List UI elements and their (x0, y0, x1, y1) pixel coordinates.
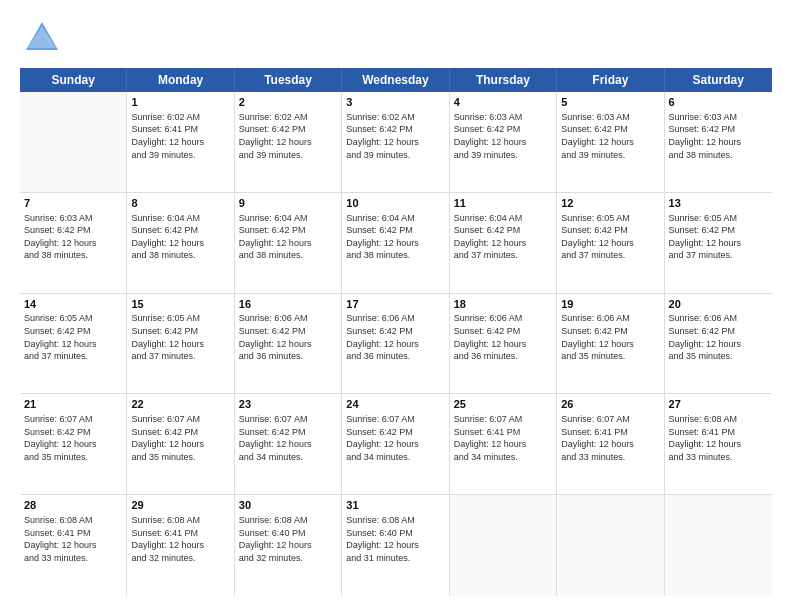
cell-info: Sunrise: 6:05 AMSunset: 6:42 PMDaylight:… (561, 212, 659, 262)
cell-info: Sunrise: 6:06 AMSunset: 6:42 PMDaylight:… (239, 312, 337, 362)
cell-info: Sunrise: 6:08 AMSunset: 6:40 PMDaylight:… (346, 514, 444, 564)
cell-info: Sunrise: 6:07 AMSunset: 6:42 PMDaylight:… (24, 413, 122, 463)
day-number: 26 (561, 397, 659, 412)
day-header-wednesday: Wednesday (342, 68, 449, 92)
cal-cell: 7Sunrise: 6:03 AMSunset: 6:42 PMDaylight… (20, 193, 127, 293)
svg-marker-1 (28, 26, 56, 48)
cell-info: Sunrise: 6:04 AMSunset: 6:42 PMDaylight:… (346, 212, 444, 262)
logo (20, 16, 68, 60)
cell-info: Sunrise: 6:05 AMSunset: 6:42 PMDaylight:… (669, 212, 768, 262)
cal-cell: 27Sunrise: 6:08 AMSunset: 6:41 PMDayligh… (665, 394, 772, 494)
cell-info: Sunrise: 6:02 AMSunset: 6:42 PMDaylight:… (346, 111, 444, 161)
cal-cell: 20Sunrise: 6:06 AMSunset: 6:42 PMDayligh… (665, 294, 772, 394)
cal-cell: 29Sunrise: 6:08 AMSunset: 6:41 PMDayligh… (127, 495, 234, 596)
day-number: 2 (239, 95, 337, 110)
cell-info: Sunrise: 6:03 AMSunset: 6:42 PMDaylight:… (454, 111, 552, 161)
day-number: 30 (239, 498, 337, 513)
cal-cell: 24Sunrise: 6:07 AMSunset: 6:42 PMDayligh… (342, 394, 449, 494)
cell-info: Sunrise: 6:08 AMSunset: 6:41 PMDaylight:… (131, 514, 229, 564)
day-number: 16 (239, 297, 337, 312)
cal-cell: 11Sunrise: 6:04 AMSunset: 6:42 PMDayligh… (450, 193, 557, 293)
page: SundayMondayTuesdayWednesdayThursdayFrid… (0, 0, 792, 612)
cal-cell: 9Sunrise: 6:04 AMSunset: 6:42 PMDaylight… (235, 193, 342, 293)
cal-cell: 6Sunrise: 6:03 AMSunset: 6:42 PMDaylight… (665, 92, 772, 192)
day-header-sunday: Sunday (20, 68, 127, 92)
day-number: 6 (669, 95, 768, 110)
cell-info: Sunrise: 6:03 AMSunset: 6:42 PMDaylight:… (561, 111, 659, 161)
day-number: 5 (561, 95, 659, 110)
cal-cell: 4Sunrise: 6:03 AMSunset: 6:42 PMDaylight… (450, 92, 557, 192)
cal-cell: 16Sunrise: 6:06 AMSunset: 6:42 PMDayligh… (235, 294, 342, 394)
cal-cell: 1Sunrise: 6:02 AMSunset: 6:41 PMDaylight… (127, 92, 234, 192)
day-number: 10 (346, 196, 444, 211)
day-header-saturday: Saturday (665, 68, 772, 92)
day-header-thursday: Thursday (450, 68, 557, 92)
day-number: 20 (669, 297, 768, 312)
day-number: 8 (131, 196, 229, 211)
cell-info: Sunrise: 6:02 AMSunset: 6:42 PMDaylight:… (239, 111, 337, 161)
cal-cell: 17Sunrise: 6:06 AMSunset: 6:42 PMDayligh… (342, 294, 449, 394)
cal-cell: 13Sunrise: 6:05 AMSunset: 6:42 PMDayligh… (665, 193, 772, 293)
cal-cell: 23Sunrise: 6:07 AMSunset: 6:42 PMDayligh… (235, 394, 342, 494)
logo-icon (20, 16, 64, 60)
cal-cell: 3Sunrise: 6:02 AMSunset: 6:42 PMDaylight… (342, 92, 449, 192)
cell-info: Sunrise: 6:05 AMSunset: 6:42 PMDaylight:… (131, 312, 229, 362)
cal-cell: 15Sunrise: 6:05 AMSunset: 6:42 PMDayligh… (127, 294, 234, 394)
cal-cell (20, 92, 127, 192)
day-number: 12 (561, 196, 659, 211)
cell-info: Sunrise: 6:08 AMSunset: 6:41 PMDaylight:… (669, 413, 768, 463)
day-number: 23 (239, 397, 337, 412)
day-number: 14 (24, 297, 122, 312)
cell-info: Sunrise: 6:07 AMSunset: 6:41 PMDaylight:… (561, 413, 659, 463)
cal-cell: 30Sunrise: 6:08 AMSunset: 6:40 PMDayligh… (235, 495, 342, 596)
cal-cell: 2Sunrise: 6:02 AMSunset: 6:42 PMDaylight… (235, 92, 342, 192)
cell-info: Sunrise: 6:07 AMSunset: 6:41 PMDaylight:… (454, 413, 552, 463)
cal-cell: 8Sunrise: 6:04 AMSunset: 6:42 PMDaylight… (127, 193, 234, 293)
cell-info: Sunrise: 6:03 AMSunset: 6:42 PMDaylight:… (669, 111, 768, 161)
calendar: SundayMondayTuesdayWednesdayThursdayFrid… (20, 68, 772, 596)
day-header-monday: Monday (127, 68, 234, 92)
day-number: 21 (24, 397, 122, 412)
day-header-tuesday: Tuesday (235, 68, 342, 92)
day-number: 24 (346, 397, 444, 412)
cal-cell: 18Sunrise: 6:06 AMSunset: 6:42 PMDayligh… (450, 294, 557, 394)
day-number: 11 (454, 196, 552, 211)
day-number: 18 (454, 297, 552, 312)
day-number: 13 (669, 196, 768, 211)
cal-cell: 31Sunrise: 6:08 AMSunset: 6:40 PMDayligh… (342, 495, 449, 596)
cal-cell: 21Sunrise: 6:07 AMSunset: 6:42 PMDayligh… (20, 394, 127, 494)
day-number: 27 (669, 397, 768, 412)
week-row-1: 1Sunrise: 6:02 AMSunset: 6:41 PMDaylight… (20, 92, 772, 193)
cell-info: Sunrise: 6:08 AMSunset: 6:41 PMDaylight:… (24, 514, 122, 564)
cal-cell: 25Sunrise: 6:07 AMSunset: 6:41 PMDayligh… (450, 394, 557, 494)
week-row-3: 14Sunrise: 6:05 AMSunset: 6:42 PMDayligh… (20, 294, 772, 395)
day-number: 22 (131, 397, 229, 412)
cell-info: Sunrise: 6:04 AMSunset: 6:42 PMDaylight:… (131, 212, 229, 262)
day-number: 4 (454, 95, 552, 110)
day-number: 28 (24, 498, 122, 513)
cell-info: Sunrise: 6:05 AMSunset: 6:42 PMDaylight:… (24, 312, 122, 362)
cell-info: Sunrise: 6:06 AMSunset: 6:42 PMDaylight:… (346, 312, 444, 362)
cell-info: Sunrise: 6:07 AMSunset: 6:42 PMDaylight:… (131, 413, 229, 463)
day-number: 25 (454, 397, 552, 412)
calendar-body: 1Sunrise: 6:02 AMSunset: 6:41 PMDaylight… (20, 92, 772, 596)
cell-info: Sunrise: 6:06 AMSunset: 6:42 PMDaylight:… (454, 312, 552, 362)
cell-info: Sunrise: 6:08 AMSunset: 6:40 PMDaylight:… (239, 514, 337, 564)
calendar-header: SundayMondayTuesdayWednesdayThursdayFrid… (20, 68, 772, 92)
cell-info: Sunrise: 6:07 AMSunset: 6:42 PMDaylight:… (239, 413, 337, 463)
cal-cell: 12Sunrise: 6:05 AMSunset: 6:42 PMDayligh… (557, 193, 664, 293)
header (20, 16, 772, 60)
cell-info: Sunrise: 6:07 AMSunset: 6:42 PMDaylight:… (346, 413, 444, 463)
cal-cell (557, 495, 664, 596)
day-number: 9 (239, 196, 337, 211)
cal-cell: 22Sunrise: 6:07 AMSunset: 6:42 PMDayligh… (127, 394, 234, 494)
cal-cell: 5Sunrise: 6:03 AMSunset: 6:42 PMDaylight… (557, 92, 664, 192)
cell-info: Sunrise: 6:03 AMSunset: 6:42 PMDaylight:… (24, 212, 122, 262)
day-number: 7 (24, 196, 122, 211)
cal-cell (450, 495, 557, 596)
day-header-friday: Friday (557, 68, 664, 92)
cal-cell (665, 495, 772, 596)
day-number: 17 (346, 297, 444, 312)
cell-info: Sunrise: 6:02 AMSunset: 6:41 PMDaylight:… (131, 111, 229, 161)
day-number: 31 (346, 498, 444, 513)
